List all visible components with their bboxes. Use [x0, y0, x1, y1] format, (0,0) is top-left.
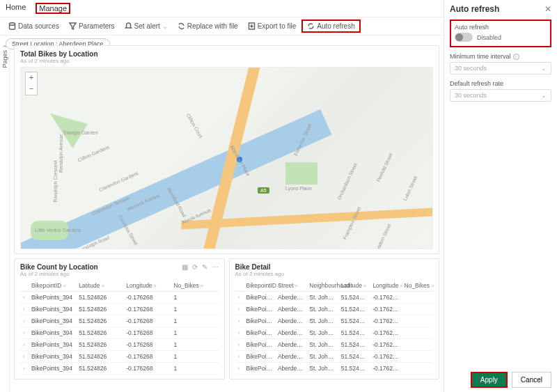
default-rate-label: Default refresh rate	[450, 80, 551, 87]
nav-manage[interactable]: Manage	[36, 3, 70, 14]
pages-label: Pages	[1, 50, 8, 68]
map-title: Total Bikes by Location	[20, 50, 433, 58]
default-rate-select[interactable]: 30 seconds⌄	[450, 89, 551, 102]
table-row[interactable]: ›BikePoints_39451.524826-0.1762681	[20, 304, 219, 315]
table-row[interactable]: ›BikePoints_394Aberdeen...St. John's Woo…	[235, 351, 434, 363]
replace-icon	[178, 22, 185, 30]
pages-rail[interactable]: › Pages	[0, 41, 10, 392]
col-header[interactable]: Latitude≡	[76, 280, 123, 292]
cancel-button[interactable]: Cancel	[512, 372, 551, 388]
col-header[interactable]: BikepointID≡	[29, 280, 76, 292]
export-to-file-button[interactable]: Export to file	[244, 21, 301, 31]
table-row[interactable]: ›BikePoints_39451.524826-0.1762681	[20, 315, 219, 327]
bike-detail-table[interactable]: BikepointID≡Street≡Neighbourhood≡Latitud…	[235, 280, 434, 375]
zoom-out-button[interactable]: −	[26, 84, 37, 95]
col-header[interactable]: Neighbourhood≡	[306, 280, 338, 292]
info-icon[interactable]: i	[513, 54, 519, 60]
database-icon	[8, 22, 16, 30]
refresh-icon	[307, 22, 315, 30]
table-row[interactable]: ›BikePoints_39451.524826-0.1762681	[20, 339, 219, 351]
auto-refresh-toggle[interactable]	[455, 33, 473, 42]
card-subtitle: As of 2 minutes ago	[20, 271, 219, 277]
bell-icon	[125, 22, 132, 30]
chevron-down-icon: ⌄	[541, 65, 547, 72]
table-row[interactable]: ›BikePoints_394Aberdeen...St. John's Woo…	[235, 304, 434, 315]
auto-refresh-panel: Auto refresh ✕ Auto refresh Disabled Min…	[444, 0, 557, 392]
funnel-icon	[69, 22, 77, 30]
col-header[interactable]: BikepointID≡	[244, 280, 275, 292]
table-row[interactable]: ›BikePoints_394Aberdeen...St. John's Woo…	[235, 315, 434, 327]
card-subtitle: As of 2 minutes ago	[235, 271, 434, 277]
bike-count-card: ▦ ⟳ ✎ ⋯ Bike Count by Location As of 2 m…	[14, 258, 225, 379]
map-zoom: + −	[25, 72, 38, 95]
map-subtitle: As of 2 minutes ago	[20, 58, 433, 64]
set-alert-button[interactable]: Set alert⌄	[120, 21, 172, 31]
nav-home[interactable]: Home	[6, 3, 26, 14]
svg-point-0	[10, 23, 15, 26]
table-row[interactable]: ›BikePoints_394Aberdeen...St. John's Woo…	[235, 292, 434, 304]
table-row[interactable]: ›BikePoints_394Aberdeen...St. John's Woo…	[235, 363, 434, 375]
map-card: Total Bikes by Location As of 2 minutes …	[14, 45, 439, 254]
more-icon[interactable]: ⋯	[212, 263, 219, 271]
road-badge: A5	[258, 187, 269, 194]
export-icon	[248, 22, 256, 30]
table-row[interactable]: ›BikePoints_39451.524826-0.1762681	[20, 363, 219, 375]
auto-refresh-button[interactable]: Auto refresh	[301, 19, 360, 33]
col-header[interactable]: No_Bikes≡	[402, 280, 433, 292]
card-title: Bike Detail	[235, 263, 434, 271]
col-header[interactable]: Street≡	[275, 280, 306, 292]
col-header[interactable]: Latitude≡	[338, 280, 370, 292]
refresh-icon[interactable]: ⟳	[192, 263, 198, 271]
edit-icon[interactable]: ✎	[202, 263, 207, 271]
replace-with-file-button[interactable]: Replace with file	[173, 21, 242, 31]
zoom-in-button[interactable]: +	[26, 72, 37, 84]
col-header[interactable]: Longitude≡	[123, 280, 171, 292]
close-icon[interactable]: ✕	[544, 4, 551, 14]
toggle-state: Disabled	[477, 34, 501, 41]
toggle-label: Auto refresh	[455, 24, 547, 31]
parameters-button[interactable]: Parameters	[65, 21, 119, 31]
map-visual[interactable]: A5 Triangle Garden Little Venice Gardens…	[20, 67, 433, 249]
table-row[interactable]: ›BikePoints_39451.524826-0.1762681	[20, 351, 219, 363]
bike-detail-card: Bike Detail As of 2 minutes ago Bikepoin…	[229, 258, 440, 379]
col-header[interactable]: No_Bikes≡	[171, 280, 218, 292]
min-interval-label: Minimum time interval	[450, 53, 511, 60]
chevron-right-icon: ›	[1, 45, 8, 47]
col-header[interactable]: Longitude≡	[370, 280, 401, 292]
panel-title: Auto refresh	[450, 4, 499, 14]
bike-count-table[interactable]: BikepointID≡Latitude≡Longitude≡No_Bikes≡…	[20, 280, 219, 375]
apply-button[interactable]: Apply	[471, 372, 508, 388]
table-row[interactable]: ›BikePoints_394Aberdeen...St. John's Woo…	[235, 327, 434, 339]
table-row[interactable]: ›BikePoints_394Aberdeen...St. John's Woo…	[235, 339, 434, 351]
data-sources-button[interactable]: Data sources	[4, 21, 63, 31]
focus-icon[interactable]: ▦	[182, 263, 188, 271]
chevron-down-icon: ⌄	[541, 92, 547, 99]
table-row[interactable]: ›BikePoints_39451.524826-0.1762681	[20, 292, 219, 304]
table-row[interactable]: ›BikePoints_39451.524826-0.1762681	[20, 327, 219, 339]
min-interval-select[interactable]: 30 seconds⌄	[450, 62, 551, 75]
